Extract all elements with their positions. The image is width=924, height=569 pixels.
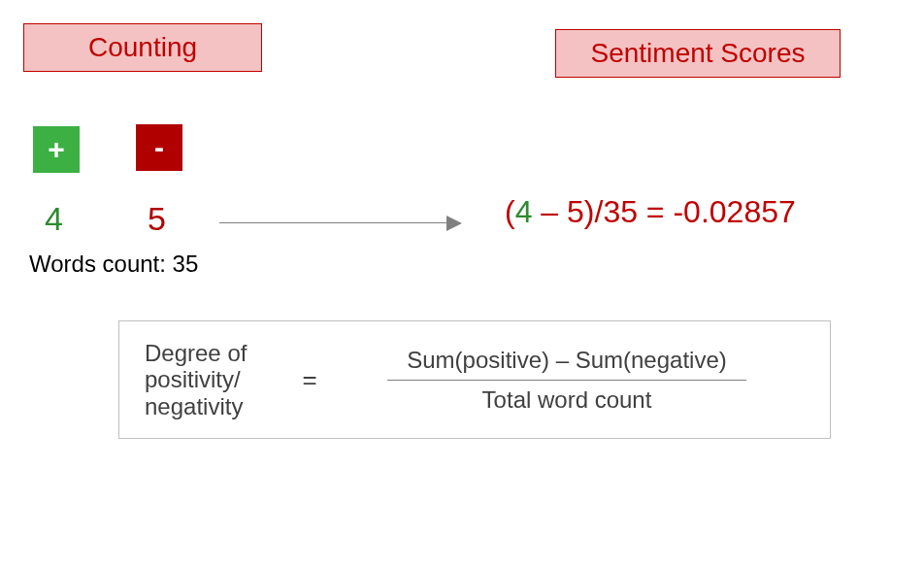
sentiment-header: Sentiment Scores	[555, 29, 841, 78]
formula-numerator: Sum(positive) – Sum(negative)	[329, 347, 805, 374]
minus-icon: -	[136, 124, 182, 171]
equation-mid: – 5)/35 = -0.02857	[532, 194, 795, 229]
diagram-root: Counting Sentiment Scores + - 4 5 Words …	[0, 0, 924, 569]
equation-pos: 4	[515, 194, 533, 229]
positive-count: 4	[45, 200, 63, 238]
formula-lhs: Degree of positivity/ negativity	[145, 340, 290, 420]
counting-header: Counting	[23, 23, 262, 72]
word-count-label: Words count: 35	[29, 251, 198, 278]
formula-box: Degree of positivity/ negativity = Sum(p…	[118, 320, 831, 439]
negative-count: 5	[148, 200, 166, 238]
formula-rhs: Sum(positive) – Sum(negative) Total word…	[329, 347, 805, 414]
equation-open: (	[505, 194, 515, 229]
plus-icon: +	[33, 126, 80, 173]
arrow-right-icon	[219, 216, 462, 231]
formula-denominator: Total word count	[329, 386, 805, 414]
formula-divider	[387, 380, 746, 381]
formula-equals: =	[290, 365, 329, 395]
equation-result: (4 – 5)/35 = -0.02857	[505, 194, 796, 230]
